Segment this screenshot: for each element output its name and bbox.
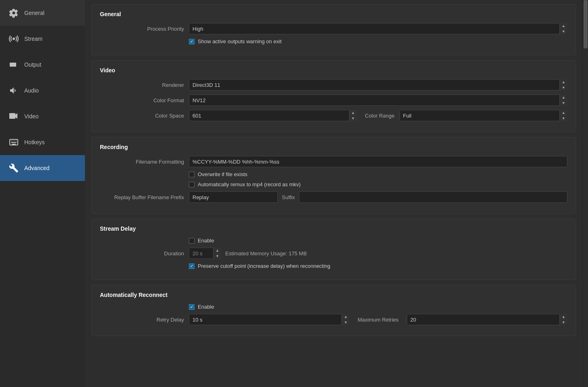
sidebar: General Stream Output Audio (0, 0, 85, 387)
renderer-row: Renderer ▲ ▼ (100, 79, 567, 90)
process-priority-spinners: ▲ ▼ (559, 23, 567, 34)
recording-section-title: Recording (100, 144, 567, 150)
renderer-spinners: ▲ ▼ (559, 79, 567, 90)
overwrite-label: Overwrite if file exists (198, 171, 247, 177)
scrollbar-thumb[interactable] (584, 0, 588, 48)
sidebar-item-video-label: Video (24, 113, 39, 120)
stream-delay-enable-label: Enable (198, 238, 214, 244)
sidebar-item-general-label: General (24, 10, 44, 16)
renderer-input-wrap: ▲ ▼ (189, 79, 567, 90)
remux-checkbox[interactable] (189, 182, 195, 187)
stream-icon (8, 33, 19, 44)
scrollbar[interactable] (582, 0, 588, 387)
general-section: General Process Priority ▲ ▼ Show active… (91, 4, 576, 55)
replay-prefix-label: Replay Buffer Filename Prefix (100, 194, 189, 200)
color-range-down[interactable]: ▼ (560, 116, 567, 121)
color-range-input[interactable] (400, 110, 568, 121)
color-space-range-wrap: ▲ ▼ Color Range ▲ ▼ (189, 110, 567, 121)
color-space-input-wrap: ▲ ▼ (189, 110, 357, 121)
estimated-memory-label: Estimated Memory Usage: 175 MB (225, 250, 307, 257)
process-priority-down[interactable]: ▼ (560, 29, 567, 34)
remux-label: Automatically remux to mp4 (record as mk… (198, 181, 300, 187)
replay-prefix-input[interactable] (189, 191, 278, 203)
filename-input[interactable] (189, 156, 567, 167)
sidebar-item-audio[interactable]: Audio (0, 78, 85, 103)
svg-rect-2 (9, 113, 15, 119)
duration-spinners: ▲ ▼ (213, 248, 221, 259)
max-retries-label: Maximum Retries (357, 317, 398, 323)
color-format-input-wrap: ▲ ▼ (189, 95, 567, 106)
show-warning-label: Show active outputs warning on exit (198, 38, 281, 44)
color-space-input[interactable] (189, 110, 357, 121)
retry-delay-input[interactable] (189, 314, 349, 325)
color-space-up[interactable]: ▲ (349, 110, 357, 116)
retry-delay-label: Retry Delay (100, 317, 189, 323)
color-range-up[interactable]: ▲ (560, 110, 567, 116)
replay-inputs: Suffix (189, 191, 567, 203)
renderer-up[interactable]: ▲ (560, 79, 567, 85)
color-format-spinners: ▲ ▼ (559, 95, 567, 106)
max-retries-input[interactable] (407, 314, 567, 325)
max-retries-spinners: ▲ ▼ (559, 314, 567, 325)
retry-delay-input-wrap: ▲ ▼ (189, 314, 349, 325)
reconnect-enable-label: Enable (198, 304, 214, 310)
show-warning-checkbox[interactable] (189, 39, 195, 44)
process-priority-row: Process Priority ▲ ▼ (100, 23, 567, 34)
video-icon (8, 111, 19, 122)
auto-reconnect-title: Automatically Reconnect (100, 292, 567, 298)
auto-reconnect-section: Automatically Reconnect Enable Retry Del… (91, 285, 576, 336)
color-format-up[interactable]: ▲ (560, 95, 567, 100)
reconnect-enable-checkbox[interactable] (189, 304, 195, 310)
max-retries-up[interactable]: ▲ (560, 314, 567, 320)
color-format-label: Color Format (100, 97, 189, 103)
main-content: General Process Priority ▲ ▼ Show active… (85, 0, 582, 387)
retry-delay-down[interactable]: ▼ (342, 320, 349, 325)
filename-label: Filename Formatting (100, 159, 189, 165)
sidebar-item-stream[interactable]: Stream (0, 26, 85, 52)
max-retries-input-wrap: ▲ ▼ (407, 314, 567, 325)
sidebar-item-output[interactable]: Output (0, 52, 85, 78)
replay-suffix-input[interactable] (299, 191, 567, 203)
retry-delay-up[interactable]: ▲ (342, 314, 349, 320)
renderer-label: Renderer (100, 82, 189, 88)
duration-down[interactable]: ▼ (214, 253, 221, 259)
retry-inputs: ▲ ▼ Maximum Retries ▲ ▼ (189, 314, 567, 325)
sidebar-item-output-label: Output (24, 61, 41, 68)
advanced-icon (8, 162, 19, 174)
stream-delay-enable-checkbox[interactable] (189, 238, 195, 244)
sidebar-item-video[interactable]: Video (0, 103, 85, 129)
sidebar-item-audio-label: Audio (24, 87, 39, 94)
sidebar-item-hotkeys-label: Hotkeys (24, 139, 45, 145)
duration-label: Duration (100, 250, 189, 257)
general-section-title: General (100, 11, 567, 17)
process-priority-label: Process Priority (100, 26, 189, 32)
color-range-input-wrap: ▲ ▼ (400, 110, 568, 121)
overwrite-checkbox[interactable] (189, 172, 195, 177)
renderer-input[interactable] (189, 79, 567, 90)
max-retries-down[interactable]: ▼ (560, 320, 567, 325)
hotkeys-icon (8, 137, 19, 148)
show-warning-row: Show active outputs warning on exit (100, 38, 567, 44)
color-space-down[interactable]: ▼ (349, 116, 357, 121)
sidebar-item-hotkeys[interactable]: Hotkeys (0, 129, 85, 155)
sidebar-item-advanced-label: Advanced (24, 165, 49, 171)
renderer-down[interactable]: ▼ (560, 85, 567, 90)
color-format-row: Color Format ▲ ▼ (100, 95, 567, 106)
sidebar-item-general[interactable]: General (0, 0, 85, 26)
process-priority-input[interactable] (189, 23, 567, 34)
duration-box: ▲ ▼ Estimated Memory Usage: 175 MB (189, 248, 307, 259)
process-priority-up[interactable]: ▲ (560, 23, 567, 29)
gear-icon (8, 7, 19, 19)
color-space-row: Color Space ▲ ▼ Color Range ▲ ▼ (100, 110, 567, 121)
svg-rect-1 (10, 63, 16, 67)
duration-input-wrap: ▲ ▼ (189, 248, 221, 259)
color-format-input[interactable] (189, 95, 567, 106)
remux-row: Automatically remux to mp4 (record as mk… (100, 181, 567, 187)
stream-delay-enable-row: Enable (100, 238, 567, 244)
sidebar-item-advanced[interactable]: Advanced (0, 155, 85, 181)
color-format-down[interactable]: ▼ (560, 100, 567, 106)
replay-row: Replay Buffer Filename Prefix Suffix (100, 191, 567, 203)
duration-up[interactable]: ▲ (214, 248, 221, 253)
preserve-checkbox[interactable] (189, 263, 195, 269)
video-section: Video Renderer ▲ ▼ Color Format ▲ ▼ (91, 60, 576, 132)
